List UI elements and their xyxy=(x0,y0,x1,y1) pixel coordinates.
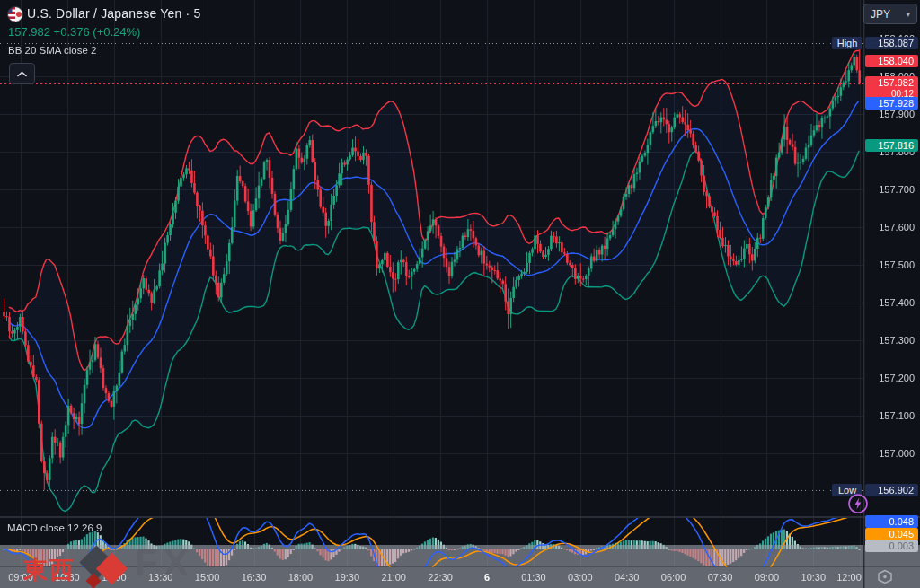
chevron-down-icon: ▾ xyxy=(906,10,910,19)
usdjpy-flag-icon xyxy=(7,6,23,22)
flash-order-icon[interactable] xyxy=(847,493,869,514)
trading-chart-app: U.S. Dollar / Japanese Yen · 5 157.982 +… xyxy=(0,0,920,588)
bb-indicator-label[interactable]: BB 20 SMA close 2 xyxy=(8,45,96,56)
symbol-title[interactable]: U.S. Dollar / Japanese Yen · 5 xyxy=(27,6,201,21)
currency-dropdown-value: JPY xyxy=(871,8,890,21)
price-tick: 157.200 xyxy=(864,373,915,383)
pane-collapse-button[interactable] xyxy=(9,63,35,84)
high-label-badge: High xyxy=(832,37,862,49)
price-tick: 157.300 xyxy=(864,335,915,346)
price-tick: 157.100 xyxy=(864,410,915,421)
price-tick: 157.600 xyxy=(864,222,915,233)
price-tick: 157.000 xyxy=(864,448,915,459)
bb-lower-badge: 157.816 xyxy=(865,139,918,152)
price-scale[interactable]: 158.100158.000157.900157.800157.700157.6… xyxy=(864,0,920,588)
chevron-up-icon xyxy=(17,71,27,77)
price-tick: 157.500 xyxy=(864,259,915,270)
macd-indicator-label[interactable]: MACD close 12 26 9 xyxy=(7,522,102,533)
macd-value-badge: 0.003 xyxy=(865,540,918,552)
price-tick: 157.900 xyxy=(864,109,915,119)
price-change-text: 157.982 +0.376 (+0.24%) xyxy=(8,25,140,39)
macd-value-badge: 0.048 xyxy=(865,515,918,528)
high-value-badge: 158.087 xyxy=(865,37,918,49)
low-value-badge: 156.902 xyxy=(865,484,918,496)
timezone-settings-icon[interactable] xyxy=(875,568,895,586)
chart-canvas[interactable] xyxy=(0,0,920,588)
price-tick: 157.400 xyxy=(864,297,915,308)
bb-upper-badge: 158.040 xyxy=(865,55,918,67)
price-tick: 157.700 xyxy=(864,184,915,195)
macd-value-badge: 0.045 xyxy=(865,528,918,540)
currency-dropdown[interactable]: JPY ▾ xyxy=(863,4,917,24)
sma-value-badge: 157.928 xyxy=(865,97,918,110)
